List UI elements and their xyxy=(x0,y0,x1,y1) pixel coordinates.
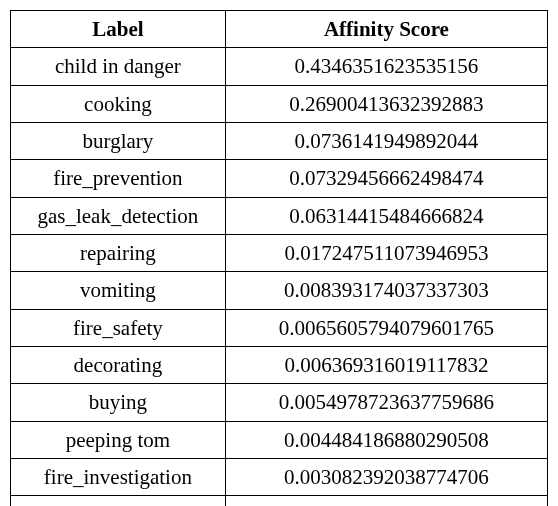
table-row: child abuse0.0020950756080174713 xyxy=(11,496,548,506)
label-cell: child in danger xyxy=(11,48,226,85)
label-cell: decorating xyxy=(11,347,226,384)
score-cell: 0.017247511073946953 xyxy=(225,235,547,272)
label-cell: buying xyxy=(11,384,226,421)
label-cell: vomiting xyxy=(11,272,226,309)
table-row: fire_safety0.0065605794079601765 xyxy=(11,309,548,346)
table-body: child in danger0.4346351623535156cooking… xyxy=(11,48,548,506)
score-cell: 0.0736141949892044 xyxy=(225,123,547,160)
score-cell: 0.0020950756080174713 xyxy=(225,496,547,506)
score-cell: 0.0054978723637759686 xyxy=(225,384,547,421)
score-cell: 0.003082392038774706 xyxy=(225,459,547,496)
table-row: child in danger0.4346351623535156 xyxy=(11,48,548,85)
table-row: buying0.0054978723637759686 xyxy=(11,384,548,421)
header-score: Affinity Score xyxy=(225,11,547,48)
score-cell: 0.004484186880290508 xyxy=(225,421,547,458)
label-cell: fire_safety xyxy=(11,309,226,346)
score-cell: 0.07329456662498474 xyxy=(225,160,547,197)
label-cell: peeping tom xyxy=(11,421,226,458)
table-row: burglary0.0736141949892044 xyxy=(11,123,548,160)
table-row: decorating0.006369316019117832 xyxy=(11,347,548,384)
label-cell: cooking xyxy=(11,85,226,122)
score-cell: 0.0065605794079601765 xyxy=(225,309,547,346)
score-cell: 0.4346351623535156 xyxy=(225,48,547,85)
table-row: repairing0.017247511073946953 xyxy=(11,235,548,272)
table-row: fire_investigation0.003082392038774706 xyxy=(11,459,548,496)
label-cell: burglary xyxy=(11,123,226,160)
table-row: fire_prevention0.07329456662498474 xyxy=(11,160,548,197)
label-cell: gas_leak_detection xyxy=(11,197,226,234)
label-cell: repairing xyxy=(11,235,226,272)
table-row: gas_leak_detection0.06314415484666824 xyxy=(11,197,548,234)
score-cell: 0.008393174037337303 xyxy=(225,272,547,309)
score-cell: 0.26900413632392883 xyxy=(225,85,547,122)
label-cell: fire_prevention xyxy=(11,160,226,197)
score-cell: 0.06314415484666824 xyxy=(225,197,547,234)
table-row: vomiting0.008393174037337303 xyxy=(11,272,548,309)
table-row: peeping tom0.004484186880290508 xyxy=(11,421,548,458)
label-cell: child abuse xyxy=(11,496,226,506)
header-label: Label xyxy=(11,11,226,48)
affinity-table: Label Affinity Score child in danger0.43… xyxy=(10,10,548,506)
table-header: Label Affinity Score xyxy=(11,11,548,48)
table-row: cooking0.26900413632392883 xyxy=(11,85,548,122)
label-cell: fire_investigation xyxy=(11,459,226,496)
score-cell: 0.006369316019117832 xyxy=(225,347,547,384)
